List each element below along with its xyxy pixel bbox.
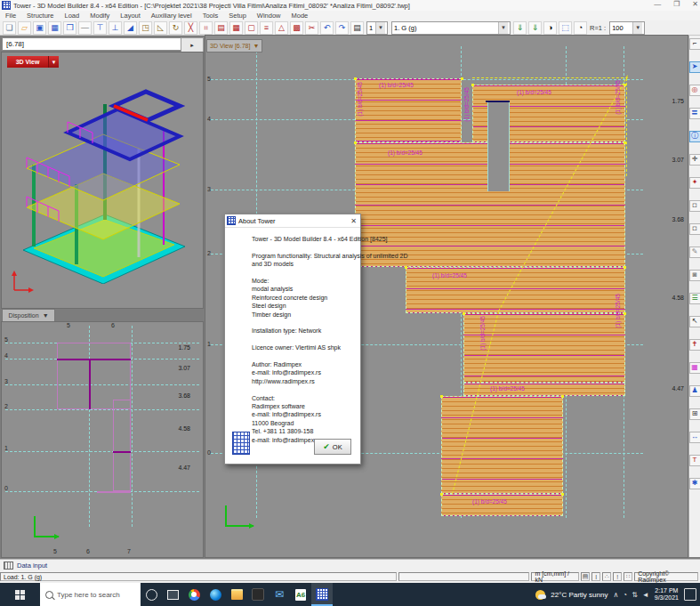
ok-button[interactable]: ✔ OK: [314, 439, 351, 455]
side-toolbar-icon[interactable]: ✝: [689, 339, 700, 351]
side-toolbar-icon[interactable]: ⊞: [689, 408, 700, 420]
toolbar-icon[interactable]: ▱: [18, 21, 31, 35]
chrome-button[interactable]: [183, 583, 205, 606]
maximize-button[interactable]: ❐: [673, 0, 680, 8]
load-case-select[interactable]: 1. G (g)▼: [391, 21, 511, 35]
menu-item[interactable]: Layout: [115, 12, 146, 20]
toolbar-icon[interactable]: ↶: [320, 21, 334, 35]
minimize-button[interactable]: —: [654, 0, 661, 8]
toolbar-icon[interactable]: —: [78, 21, 92, 35]
toolbar-icon[interactable]: ▢: [245, 21, 258, 35]
tray-icon[interactable]: ◔: [623, 591, 627, 599]
mail-button[interactable]: ✉: [269, 583, 290, 606]
tower-app-button[interactable]: [311, 583, 333, 606]
menu-item[interactable]: File: [0, 12, 21, 20]
menu-item[interactable]: Load: [60, 12, 85, 20]
side-toolbar-icon[interactable]: ✱: [689, 478, 700, 489]
side-toolbar-icon[interactable]: ➤: [689, 61, 700, 73]
toolbar-icon[interactable]: ◺: [154, 21, 167, 35]
menu-item[interactable]: Setup: [223, 12, 252, 20]
side-toolbar-icon[interactable]: ◙: [689, 270, 700, 281]
notification-center-icon[interactable]: [684, 588, 696, 601]
side-toolbar-icon[interactable]: ✛: [689, 154, 700, 166]
toolbar-icon[interactable]: ▤: [214, 21, 228, 35]
level-select[interactable]: 1▼: [366, 21, 388, 35]
dialog-title-bar[interactable]: About Tower ✕: [225, 214, 360, 228]
slab-region[interactable]: [463, 383, 625, 396]
toolbar-icon[interactable]: ▦: [48, 21, 61, 35]
tray-icon[interactable]: ∧: [613, 591, 618, 599]
status-toggle[interactable]: !: [613, 572, 622, 581]
toolbar-icon[interactable]: ◳: [139, 21, 152, 35]
toolbar-icon[interactable]: ≡: [260, 21, 273, 35]
slab-region[interactable]: [463, 313, 625, 383]
units-field[interactable]: m [cm,mm] / kN: [531, 572, 579, 581]
toolbar-icon[interactable]: ▦: [229, 21, 243, 35]
toolbar-icon[interactable]: ◔: [574, 21, 587, 35]
toolbar-icon[interactable]: ⊥: [109, 21, 122, 35]
cad-app-button[interactable]: A6: [290, 583, 311, 606]
section-view-panel[interactable]: 5 4 3 2 1 0 1.75 3.07 3.68 4.58 4.47 5 6…: [2, 322, 203, 557]
toolbar-icon[interactable]: △: [275, 21, 288, 35]
weather-text[interactable]: 22°C Partly sunny: [551, 591, 607, 599]
tray-icon[interactable]: ⇅: [632, 591, 638, 599]
cortana-button[interactable]: [141, 583, 162, 606]
scale-select[interactable]: 100▼: [609, 21, 645, 35]
slab-region[interactable]: [441, 494, 563, 516]
side-toolbar-icon[interactable]: ⌐: [689, 38, 700, 50]
side-toolbar-icon[interactable]: T: [689, 455, 700, 466]
toolbar-icon[interactable]: ❏: [3, 21, 16, 35]
menu-item[interactable]: Tools: [197, 12, 224, 20]
toolbar-icon[interactable]: ❒: [63, 21, 76, 35]
side-toolbar-icon[interactable]: ↖: [689, 316, 700, 327]
coordinate-input[interactable]: [6.78]: [2, 37, 183, 51]
dialog-close-button[interactable]: ✕: [350, 217, 357, 225]
disposition-button[interactable]: Disposition▼: [2, 309, 55, 322]
tray-icon[interactable]: ◄: [642, 591, 649, 599]
task-view-button[interactable]: [162, 583, 183, 606]
menu-item[interactable]: Auxiliary level: [146, 12, 197, 20]
slab-region[interactable]: [441, 396, 563, 494]
side-toolbar-icon[interactable]: ◘: [689, 223, 700, 235]
toolbar-icon[interactable]: ▩: [290, 21, 303, 35]
toolbar-icon[interactable]: ◑: [543, 21, 557, 35]
dark-app-button[interactable]: [247, 583, 269, 606]
taskbar-search[interactable]: Type here to search: [40, 583, 141, 606]
view-mode-dropdown[interactable]: ▼: [48, 56, 59, 68]
side-toolbar-icon[interactable]: ↔: [689, 432, 700, 443]
status-toggle[interactable]: ▤: [581, 572, 590, 581]
status-toggle[interactable]: ∴: [602, 572, 611, 581]
menu-item[interactable]: Window: [252, 12, 286, 20]
menu-item[interactable]: Structure: [21, 12, 59, 20]
toolbar-icon[interactable]: ↷: [335, 21, 349, 35]
toolbar-icon[interactable]: ▤: [350, 21, 364, 35]
toolbar-icon[interactable]: ▣: [33, 21, 46, 35]
coordinate-expand-button[interactable]: ▸: [181, 37, 204, 53]
start-button[interactable]: [0, 583, 40, 606]
status-toggle[interactable]: I: [591, 572, 600, 581]
side-toolbar-icon[interactable]: ♟: [689, 385, 700, 397]
toolbar-icon[interactable]: ⊤: [93, 21, 107, 35]
toolbar-icon[interactable]: ⬚: [559, 21, 572, 35]
plan-view-selector[interactable]: 3D View [6.78]▼: [206, 39, 262, 53]
side-toolbar-icon[interactable]: ✦: [689, 177, 700, 189]
toolbar-icon[interactable]: ⇓: [513, 21, 527, 35]
side-toolbar-icon[interactable]: 〓: [689, 108, 700, 119]
file-explorer-button[interactable]: [226, 583, 247, 606]
edge-button[interactable]: [205, 583, 226, 606]
side-toolbar-icon[interactable]: ✎: [689, 246, 700, 258]
view-3d-panel[interactable]: [2, 53, 203, 308]
toolbar-icon[interactable]: ╳: [184, 21, 197, 35]
toolbar-icon[interactable]: ⌗: [199, 21, 213, 35]
side-toolbar-icon[interactable]: ▦: [689, 362, 700, 374]
close-button[interactable]: ✕: [692, 0, 698, 8]
side-toolbar-icon[interactable]: ◎: [689, 85, 700, 96]
taskbar-clock[interactable]: 2:17 PM9/3/2021: [655, 587, 679, 602]
toolbar-icon[interactable]: ↻: [169, 21, 182, 35]
side-toolbar-icon[interactable]: ☰: [689, 293, 700, 304]
side-toolbar-icon[interactable]: ⓘ: [689, 131, 700, 142]
view-mode-button[interactable]: 3D View: [7, 56, 48, 68]
status-toggle[interactable]: ∷: [624, 572, 632, 581]
menu-item[interactable]: Mode: [286, 12, 314, 20]
toolbar-icon[interactable]: ⇓: [528, 21, 542, 35]
